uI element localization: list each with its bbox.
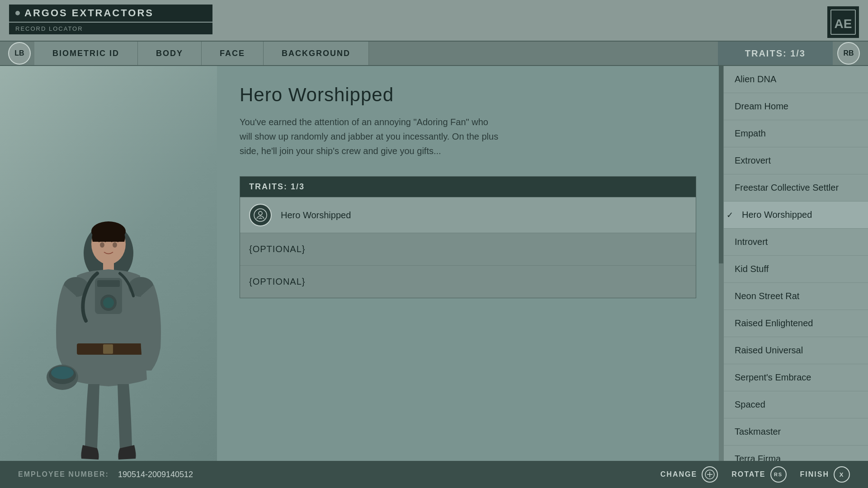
sidebar-items-list: Alien DNADream HomeEmpathExtrovertFreest… <box>724 66 868 461</box>
sidebar-item-5[interactable]: ✓Hero Worshipped <box>724 202 868 229</box>
svg-text:AE: AE <box>835 17 852 31</box>
character-image <box>23 208 194 461</box>
employee-label: EMPLOYEE NUMBER: <box>18 470 109 479</box>
sidebar-item-label-1: Dream Home <box>735 101 788 112</box>
sidebar-item-13[interactable]: Taskmaster <box>724 418 868 446</box>
sidebar-item-9[interactable]: Raised Enlightened <box>724 310 868 337</box>
rb-button[interactable]: RB <box>837 42 860 65</box>
sidebar-item-0[interactable]: Alien DNA <box>724 66 868 93</box>
svg-rect-15 <box>103 344 113 354</box>
finish-label: FINISH <box>800 470 829 479</box>
sidebar-item-label-4: Freestar Collective Settler <box>735 183 839 193</box>
sidebar-item-2[interactable]: Empath <box>724 120 868 147</box>
right-sidebar: Alien DNADream HomeEmpathExtrovertFreest… <box>723 66 868 461</box>
company-block: ARGOS EXTRACTORS RECORD LOCATOR <box>9 5 212 41</box>
record-locator: RECORD LOCATOR <box>15 25 83 32</box>
record-locator-row: RECORD LOCATOR <box>9 23 212 34</box>
sidebar-item-label-13: Taskmaster <box>735 427 781 437</box>
trait-icon-1 <box>249 204 272 226</box>
sidebar-item-label-2: Empath <box>735 128 766 139</box>
bottom-controls: CHANGE ROTATE RS FINISH X <box>660 466 850 483</box>
trait-slot-2-name: {OPTIONAL} <box>249 244 306 254</box>
check-icon: ✓ <box>726 210 733 220</box>
svg-rect-13 <box>97 280 120 287</box>
sidebar-item-4[interactable]: Freestar Collective Settler <box>724 174 868 202</box>
svg-point-20 <box>51 366 74 379</box>
sidebar-item-label-11: Serpent's Embrace <box>735 372 811 383</box>
trait-description: You've earned the attention of an annoyi… <box>240 115 502 158</box>
scrollbar-thumb <box>719 66 723 263</box>
sidebar-item-6[interactable]: Introvert <box>724 229 868 256</box>
trait-slot-1-name: Hero Worshipped <box>281 210 351 221</box>
top-bar: ARGOS EXTRACTORS RECORD LOCATOR AE <box>0 0 868 41</box>
main-content: Hero Worshipped You've earned the attent… <box>0 66 868 461</box>
traits-list-header: TRAITS: 1/3 <box>240 177 696 197</box>
bottom-bar: EMPLOYEE NUMBER: 190514-2009140512 CHANG… <box>0 461 868 488</box>
finish-control[interactable]: FINISH X <box>800 466 850 483</box>
sidebar-item-7[interactable]: Kid Stuff <box>724 256 868 283</box>
sidebar-item-label-14: Terra Firma <box>735 454 781 461</box>
sidebar-item-label-9: Raised Enlightened <box>735 318 813 328</box>
tab-body[interactable]: BODY <box>138 42 202 65</box>
sidebar-item-label-5: Hero Worshipped <box>735 210 812 220</box>
sidebar-item-label-10: Raised Universal <box>735 345 803 356</box>
svg-point-9 <box>100 242 104 248</box>
sidebar-item-label-12: Spaced <box>735 399 765 410</box>
rotate-btn[interactable]: RS <box>770 466 787 483</box>
sidebar-item-label-6: Introvert <box>735 237 768 247</box>
employee-number: 190514-2009140512 <box>118 470 193 479</box>
change-control[interactable]: CHANGE <box>660 466 718 483</box>
sidebar-item-label-7: Kid Stuff <box>735 264 769 274</box>
sidebar-item-11[interactable]: Serpent's Embrace <box>724 364 868 391</box>
character-panel <box>0 66 217 461</box>
company-dot <box>15 11 20 15</box>
sidebar-item-14[interactable]: Terra Firma <box>724 446 868 461</box>
sidebar-item-10[interactable]: Raised Universal <box>724 337 868 364</box>
trait-title: Hero Worshipped <box>240 84 696 106</box>
traits-list-container: TRAITS: 1/3 Hero Worshipped {OPTIONAL} <box>240 176 696 298</box>
ae-logo: AE <box>827 6 859 40</box>
svg-point-22 <box>103 297 114 308</box>
tab-traits[interactable]: TRAITS: 1/3 <box>718 42 833 65</box>
tab-face[interactable]: FACE <box>202 42 264 65</box>
trait-slot-3-name: {OPTIONAL} <box>249 277 306 287</box>
sidebar-item-label-3: Extrovert <box>735 155 771 166</box>
company-name-row: ARGOS EXTRACTORS <box>9 5 212 22</box>
svg-point-10 <box>113 242 117 248</box>
rotate-label: ROTATE <box>731 470 765 479</box>
sidebar-item-label-8: Neon Street Rat <box>735 291 799 301</box>
svg-point-24 <box>259 211 262 215</box>
sidebar-item-1[interactable]: Dream Home <box>724 93 868 120</box>
trait-slot-2[interactable]: {OPTIONAL} <box>240 233 696 265</box>
finish-btn[interactable]: X <box>834 466 850 483</box>
company-name: ARGOS EXTRACTORS <box>24 7 154 19</box>
info-panel: Hero Worshipped You've earned the attent… <box>217 66 719 461</box>
change-btn[interactable] <box>702 466 718 483</box>
rotate-control[interactable]: ROTATE RS <box>731 466 786 483</box>
trait-slot-1[interactable]: Hero Worshipped <box>240 197 696 233</box>
lb-button[interactable]: LB <box>8 42 31 65</box>
scrollbar-track <box>719 66 723 461</box>
sidebar-item-12[interactable]: Spaced <box>724 391 868 418</box>
sidebar-item-label-0: Alien DNA <box>735 74 776 84</box>
change-label: CHANGE <box>660 470 697 479</box>
tab-background[interactable]: BACKGROUND <box>264 42 369 65</box>
sidebar-item-3[interactable]: Extrovert <box>724 147 868 174</box>
nav-tabs: LB BIOMETRIC ID BODY FACE BACKGROUND TRA… <box>0 41 868 66</box>
trait-slot-3[interactable]: {OPTIONAL} <box>240 265 696 298</box>
tab-biometric-id[interactable]: BIOMETRIC ID <box>34 42 138 65</box>
sidebar-item-8[interactable]: Neon Street Rat <box>724 283 868 310</box>
